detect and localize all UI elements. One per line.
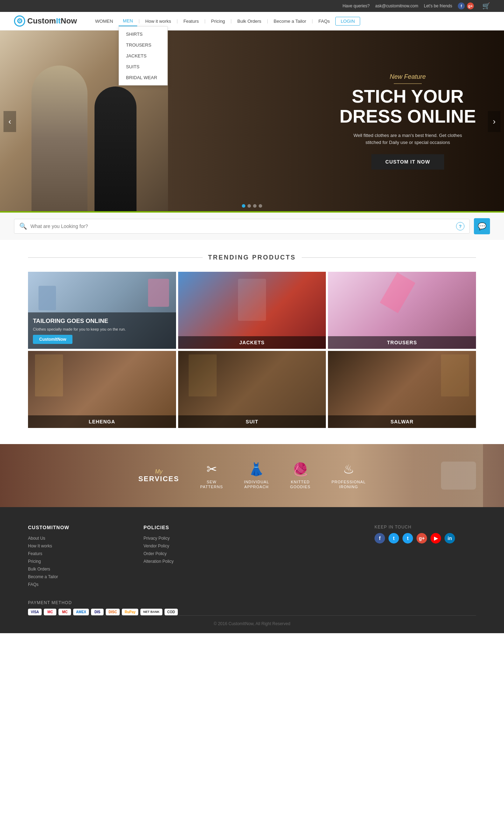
payment-icons: VISA MC MC AMEX DIS DISC RuPay NET BANK …: [28, 609, 476, 615]
dd-trousers[interactable]: TROUSERS: [119, 40, 167, 50]
main-nav: WOMEN MEN SHIRTS TROUSERS JACKETS SUITS …: [91, 16, 360, 26]
login-button[interactable]: LOGIN: [335, 17, 360, 26]
footer-link-bulk-orders[interactable]: Bulk Orders: [28, 567, 130, 572]
services-main-title: SERVICES: [138, 475, 179, 483]
dd-suits[interactable]: SUITS: [119, 61, 167, 72]
nav-features[interactable]: Featurs: [179, 16, 203, 26]
product-card-salwar[interactable]: SALWAR: [328, 351, 476, 428]
hero-dot-3[interactable]: [253, 204, 257, 208]
footer-top: CUSTOMITNOW About Us How It works Featur…: [28, 525, 476, 590]
nav-men[interactable]: MEN: [119, 16, 137, 26]
logo-now: Now: [61, 16, 77, 25]
nav-div1: |: [139, 19, 140, 23]
payment-mastercard: MC: [44, 609, 56, 615]
search-input[interactable]: [30, 223, 453, 229]
hero-cta-button[interactable]: CUSTOM IT NOW: [371, 154, 444, 170]
product-card-jackets[interactable]: JACKETS: [178, 272, 326, 349]
footer-link-alteration[interactable]: Alteration Policy: [144, 559, 245, 564]
footer-policies-col: POLICIES Privacy Policy Vendor Policy Or…: [144, 525, 245, 590]
footer-googleplus-icon[interactable]: g+: [416, 533, 427, 544]
top-social-icons: f g+: [458, 2, 474, 9]
nav-men-wrapper: MEN SHIRTS TROUSERS JACKETS SUITS BRIDAL…: [119, 16, 137, 26]
dd-bridal-wear[interactable]: BRIDAL WEAR: [119, 72, 167, 83]
hero-accent-bar: [0, 211, 504, 213]
logo-custom: Custom: [27, 16, 56, 25]
top-googleplus-icon[interactable]: g+: [467, 2, 474, 9]
footer-link-how-it-works[interactable]: How It works: [28, 544, 130, 548]
hero-new-feature-label: New Feature: [340, 73, 476, 81]
support-email[interactable]: ask@customitnow.com: [375, 4, 418, 8]
nav-div6: |: [312, 19, 313, 23]
hero-next-arrow[interactable]: ›: [488, 111, 500, 132]
footer-twitter2-icon[interactable]: t: [402, 533, 413, 544]
featured-title: TAILORING GOES ONLINE: [33, 317, 171, 325]
footer-link-order[interactable]: Order Policy: [144, 551, 245, 556]
hero-dot-2[interactable]: [247, 204, 251, 208]
nav-how-it-works[interactable]: How it works: [141, 16, 175, 26]
footer-empty-col: [259, 525, 360, 590]
nav-faqs[interactable]: FAQs: [314, 16, 334, 26]
top-bar: Have queries? ask@customitnow.com Let's …: [0, 0, 504, 12]
payment-netbanking: NET BANK: [140, 609, 162, 615]
footer-bottom: © 2016 CustomItNow, All Right Reserved: [28, 615, 476, 626]
salwar-card-overlay: SALWAR: [328, 415, 476, 428]
nav-div3: |: [204, 19, 205, 23]
individual-approach-label: INDIVIDUALAPPROACH: [244, 479, 269, 490]
trending-section: TRENDING PRODUCTS TAILORING GOES ONLINE …: [0, 240, 504, 442]
footer-link-pricing[interactable]: Pricing: [28, 559, 130, 564]
logo[interactable]: CustomItNow: [14, 15, 77, 27]
services-section: My SERVICES ✂ SEWPATTERNS 👗 INDIVIDUALAP…: [0, 444, 504, 507]
footer-link-faqs[interactable]: FAQs: [28, 582, 130, 587]
nav-women[interactable]: WOMEN: [91, 16, 117, 26]
dd-jackets[interactable]: JACKETS: [119, 50, 167, 61]
service-sew-patterns: ✂ SEWPATTERNS: [200, 462, 223, 490]
footer-facebook-icon[interactable]: f: [374, 533, 385, 544]
featured-card-overlay: TAILORING GOES ONLINE Clothes specially …: [28, 312, 176, 349]
footer-social-icons: f t t g+ ▶ in: [374, 533, 476, 544]
product-card-trousers[interactable]: TROUSERS: [328, 272, 476, 349]
footer-twitter-icon[interactable]: t: [388, 533, 399, 544]
footer-link-featurs[interactable]: Featurs: [28, 551, 130, 556]
search-help-icon[interactable]: ?: [456, 222, 464, 230]
nav-pricing[interactable]: Pricing: [207, 16, 229, 26]
nav-become-tailor[interactable]: Become a Tailor: [270, 16, 310, 26]
search-bar: 🔍 ? 💬: [0, 213, 504, 240]
footer-policies-title: POLICIES: [144, 525, 245, 530]
footer-link-vendor[interactable]: Vendor Policy: [144, 544, 245, 548]
featured-cta-button[interactable]: CustomItNow: [33, 335, 72, 344]
lehenga-label: LEHENGA: [32, 419, 172, 424]
chat-button[interactable]: 💬: [474, 218, 490, 234]
hero-dot-4[interactable]: [259, 204, 262, 208]
product-card-lehenga[interactable]: LEHENGA: [28, 351, 176, 428]
search-container: 🔍 ?: [14, 219, 470, 234]
payment-amex: AMEX: [73, 609, 89, 615]
top-facebook-icon[interactable]: f: [458, 2, 465, 9]
footer-brand-col: CUSTOMITNOW About Us How It works Featur…: [28, 525, 130, 590]
payment-visa: VISA: [28, 609, 42, 615]
scissors-icon: ✂: [206, 462, 217, 477]
dd-shirts[interactable]: SHIRTS: [119, 29, 167, 40]
header: CustomItNow WOMEN MEN SHIRTS TROUSERS JA…: [0, 12, 504, 30]
footer-linkedin-icon[interactable]: in: [444, 533, 455, 544]
services-my-label: My: [138, 469, 179, 475]
query-label: Have queries?: [343, 4, 370, 8]
payment-rupay: RuPay: [122, 609, 138, 615]
footer-youtube-icon[interactable]: ▶: [430, 533, 441, 544]
hero-dot-1[interactable]: [242, 204, 245, 208]
payment-discover: DIS: [91, 609, 104, 615]
footer-link-about-us[interactable]: About Us: [28, 536, 130, 541]
logo-text: CustomItNow: [27, 16, 77, 26]
hero-prev-arrow[interactable]: ‹: [4, 111, 16, 132]
professional-ironing-label: PROFESSIONALIRONING: [331, 479, 366, 490]
product-card-suit[interactable]: SUIT: [178, 351, 326, 428]
cart-icon[interactable]: 🛒: [482, 2, 490, 10]
footer-link-privacy[interactable]: Privacy Policy: [144, 536, 245, 541]
hero-description: Well fitted clothes are a man's best fri…: [352, 132, 464, 146]
services-inner: My SERVICES ✂ SEWPATTERNS 👗 INDIVIDUALAP…: [138, 462, 366, 490]
hero-arrows: ‹ ›: [0, 111, 504, 132]
footer-link-become-tailor[interactable]: Become a Tailor: [28, 574, 130, 579]
suit-card-overlay: SUIT: [178, 415, 326, 428]
knit-icon: 🧶: [293, 462, 308, 477]
product-card-tailoring[interactable]: TAILORING GOES ONLINE Clothes specially …: [28, 272, 176, 349]
nav-bulk-orders[interactable]: Bulk Orders: [233, 16, 266, 26]
